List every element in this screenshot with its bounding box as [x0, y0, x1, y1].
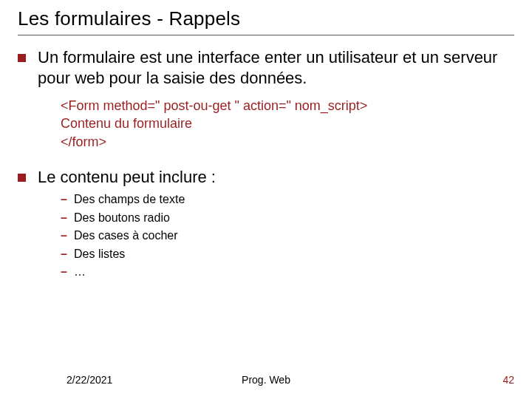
code-line: Contenu du formulaire [61, 115, 514, 132]
footer-date: 2/22/2021 [66, 374, 112, 386]
list-item: – Des champs de texte [61, 191, 514, 208]
slide-title: Les formulaires - Rappels [18, 7, 514, 35]
sub-item-text: Des cases à cocher [74, 228, 178, 244]
footer-page-number: 42 [502, 374, 514, 386]
sub-item-text: Des listes [74, 246, 125, 262]
code-line: <Form method=" post-ou-get " action=" no… [61, 97, 514, 115]
list-item: – Des cases à cocher [61, 228, 514, 244]
sub-item-text: … [74, 264, 86, 280]
dash-bullet-icon: – [61, 246, 74, 262]
bullet-item: Un formulaire est une interface enter un… [18, 47, 514, 88]
list-item: – … [61, 264, 514, 280]
bullet-item: Le contenu peut inclure : [18, 167, 514, 188]
dash-bullet-icon: – [61, 228, 74, 244]
dash-bullet-icon: – [61, 191, 74, 208]
sub-item-text: Des champs de texte [74, 191, 185, 208]
footer-center: Prog. Web [242, 374, 290, 386]
dash-bullet-icon: – [61, 264, 74, 280]
list-item: – Des listes [61, 246, 514, 262]
bullet-text: Le contenu peut inclure : [38, 167, 216, 188]
sub-item-text: Des boutons radio [74, 210, 170, 226]
code-block: <Form method=" post-ou-get " action=" no… [61, 97, 514, 151]
list-item: – Des boutons radio [61, 210, 514, 226]
square-bullet-icon [18, 174, 26, 182]
sub-list: – Des champs de texte – Des boutons radi… [61, 191, 514, 280]
dash-bullet-icon: – [61, 210, 74, 226]
square-bullet-icon [18, 54, 26, 62]
bullet-text: Un formulaire est une interface enter un… [38, 47, 514, 88]
code-line: </form> [61, 133, 514, 151]
slide-footer: 2/22/2021 Prog. Web 42 [0, 374, 532, 386]
